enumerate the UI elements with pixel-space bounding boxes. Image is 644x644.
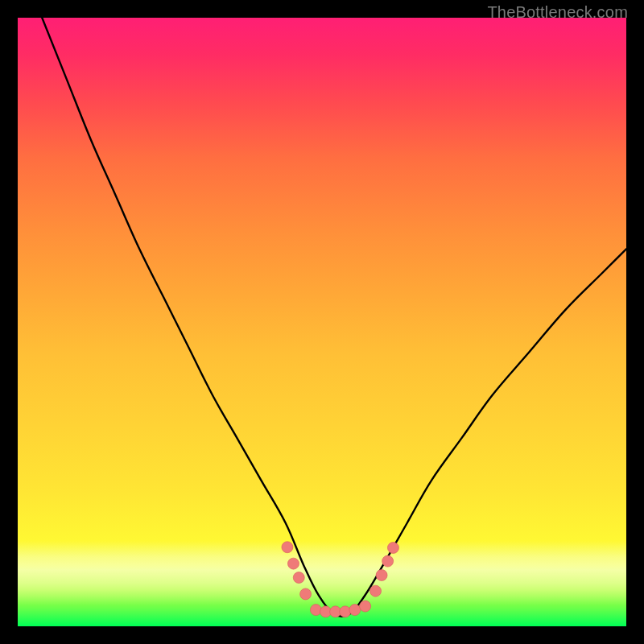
chart-frame: TheBottleneck.com [0,0,644,644]
plot-area [18,18,626,626]
watermark-text: TheBottleneck.com [487,3,628,22]
